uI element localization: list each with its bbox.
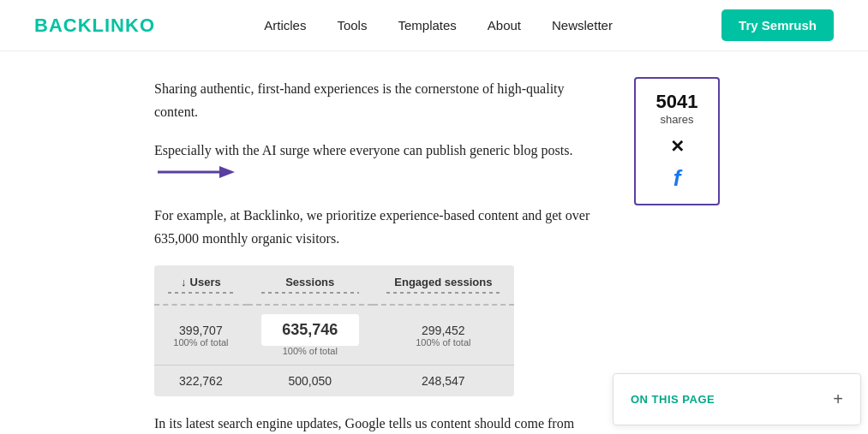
nav-item-articles[interactable]: Articles <box>264 18 306 33</box>
paragraph-2: Especially with the AI surge where every… <box>154 139 608 188</box>
try-semrush-button[interactable]: Try Semrush <box>721 9 834 41</box>
table-row-2: 322,762 500,050 248,547 <box>154 366 514 397</box>
logo-o: O <box>140 15 155 36</box>
paragraph-4: In its latest search engine updates, Goo… <box>154 412 608 434</box>
sort-arrow-icon: ↓ <box>181 276 187 288</box>
on-this-page-expand-button[interactable]: + <box>833 389 843 409</box>
nav-item-about[interactable]: About <box>488 18 521 33</box>
twitter-share-button[interactable]: ✕ <box>644 136 709 157</box>
share-count: 5041 <box>644 91 709 113</box>
share-label: shares <box>644 113 709 126</box>
users-value-2: 322,762 <box>154 366 248 397</box>
on-this-page-panel: ON THIS PAGE + <box>613 373 861 425</box>
paragraph-1: Sharing authentic, first-hand experience… <box>154 77 608 123</box>
nav-item-newsletter[interactable]: Newsletter <box>552 18 613 33</box>
facebook-share-button[interactable]: f <box>644 165 709 192</box>
paragraph-3: For example, at Backlinko, we prioritize… <box>154 204 608 250</box>
col-engaged-header: Engaged sessions <box>373 265 514 305</box>
share-widget: 5041 shares ✕ f <box>634 77 720 205</box>
purple-arrow-icon <box>158 163 235 188</box>
col-sessions-header: Sessions <box>248 265 373 305</box>
analytics-table: ↓Users Sessions Engaged sessions <box>154 265 514 396</box>
on-this-page-label: ON THIS PAGE <box>631 393 715 406</box>
sessions-value: 635,746 100% of total <box>248 305 373 366</box>
article-body: Sharing authentic, first-hand experience… <box>154 77 608 434</box>
nav-item-templates[interactable]: Templates <box>398 18 456 33</box>
logo-text: BACKLINK <box>34 15 140 36</box>
engaged-value: 299,452 100% of total <box>373 305 514 366</box>
logo[interactable]: BACKLINKO <box>34 15 155 37</box>
svg-marker-1 <box>219 166 235 178</box>
engaged-value-2: 248,547 <box>373 366 514 397</box>
table-row-1: 399,707 100% of total 635,746 100% of to… <box>154 305 514 366</box>
users-value: 399,707 100% of total <box>154 305 248 366</box>
col-users-header: ↓Users <box>154 265 248 305</box>
nav-item-tools[interactable]: Tools <box>337 18 367 33</box>
sessions-value-2: 500,050 <box>248 366 373 397</box>
nav-links: Articles Tools Templates About Newslette… <box>264 18 613 33</box>
navigation: BACKLINKO Articles Tools Templates About… <box>0 0 868 51</box>
